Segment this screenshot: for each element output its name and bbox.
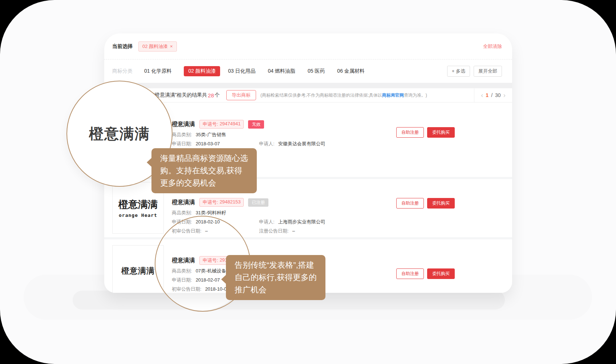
- application-number-tag: 申请号: 29482153: [199, 198, 244, 207]
- selected-filter-tag[interactable]: 02 颜料油漆 ×: [138, 41, 177, 52]
- magnified-trademark-text: 橙意满满: [89, 124, 150, 144]
- results-disclaimer: (商标检索结果仅供参考,不作为商标能否注册的法律依据;具体以商标局官网查询为准。…: [260, 92, 427, 98]
- field-value: 35类-广告销售: [196, 132, 226, 138]
- disclaimer-suffix: 查询为准。): [404, 93, 427, 98]
- application-number-value: 29474941: [220, 121, 241, 128]
- application-number-tag: 申请号: 29474941: [199, 120, 244, 129]
- category-row: 商标分类 01 化学原料 02 颜料油漆 03 日化用品 04 燃料油脂 05 …: [104, 60, 512, 83]
- category-tools: + 多选 展开全部: [447, 66, 502, 77]
- export-trademark-button[interactable]: 导出商标: [226, 90, 256, 100]
- entrust-buy-button[interactable]: 委托购买: [427, 198, 455, 209]
- panel-gap: [104, 83, 512, 88]
- application-number-value: 29482153: [220, 199, 241, 206]
- result-1-actions: 自助注册 委托购买: [396, 127, 455, 138]
- field-value: 2018-03-07: [196, 141, 220, 147]
- category-row-label: 商标分类: [112, 68, 133, 74]
- field-label: 申请人:: [259, 219, 275, 225]
- next-page-icon[interactable]: ›: [503, 92, 506, 98]
- trademark-name[interactable]: 橙意满满: [172, 121, 195, 128]
- self-register-button[interactable]: 自助注册: [396, 268, 424, 279]
- callout-tooltip-2: 告别传统“发表格”,搭建 自己的标行,获得更多的 推广机会: [226, 255, 325, 300]
- field-label: 商品类别:: [172, 132, 192, 138]
- application-number-label: 申请号:: [203, 199, 218, 206]
- category-item-02-selected[interactable]: 02 颜料油漆: [184, 66, 220, 76]
- field-label: 申请人:: [259, 141, 275, 147]
- category-item-06[interactable]: 06 金属材料: [337, 68, 364, 74]
- selected-filter-tag-text: 02 颜料油漆: [142, 43, 168, 50]
- trademark-image-3-text: 橙意满满: [121, 266, 155, 276]
- field-label: 注册公告日期:: [259, 228, 289, 234]
- category-item-04[interactable]: 04 燃料油脂: [268, 68, 295, 74]
- status-badge-invalid: 无效: [248, 120, 264, 129]
- prev-page-icon[interactable]: ‹: [481, 92, 483, 98]
- field-line: 商品类别:31类-饲料种籽: [172, 210, 325, 216]
- total-pages: 30: [495, 92, 501, 98]
- field-value: 31类-饲料种籽: [196, 210, 226, 216]
- category-item-05[interactable]: 05 医药: [308, 68, 325, 74]
- trademark-image-2-text: 橙意满满: [118, 198, 158, 211]
- result-2-actions: 自助注册 委托购买: [396, 198, 455, 209]
- application-number-label: 申请号:: [203, 121, 218, 128]
- results-header: 当前分类下检索到“橙意满满”相关的结果共 28 个 导出商标 (商标检索结果仅供…: [104, 88, 512, 102]
- category-item-03[interactable]: 03 日化用品: [228, 68, 255, 74]
- filter-panel: 当前选择 02 颜料油漆 × 全部清除 商标分类 01 化学原料 02 颜料油漆…: [104, 33, 512, 83]
- self-register-button[interactable]: 自助注册: [396, 127, 424, 138]
- trademark-name[interactable]: 橙意满满: [172, 199, 195, 206]
- entrust-buy-button[interactable]: 委托购买: [427, 268, 455, 279]
- callout-tooltip-1: 海量精品商标资源随心选 购。支持在线交易,获得 更多的交易机会: [151, 148, 257, 193]
- status-badge-registered: 已注册: [248, 198, 268, 207]
- disclaimer-prefix: (商标检索结果仅供参考,不作为商标能否注册的法律依据;具体以: [260, 93, 382, 98]
- field-line: 申请日期:2018-03-07 申请人:安徽美达会展有限公司: [172, 141, 325, 147]
- page-separator: /: [491, 92, 493, 98]
- current-selection-row: 当前选择 02 颜料油漆 × 全部清除: [104, 33, 512, 60]
- field-label: 申请日期:: [172, 141, 192, 147]
- field-value: –: [292, 228, 295, 234]
- multi-select-button[interactable]: + 多选: [447, 66, 470, 77]
- results-count-unit: 个: [215, 92, 220, 98]
- self-register-button[interactable]: 自助注册: [396, 198, 424, 209]
- expand-all-button[interactable]: 展开全部: [474, 66, 502, 77]
- entrust-buy-button[interactable]: 委托购买: [427, 127, 455, 138]
- category-item-01[interactable]: 01 化学原料: [144, 68, 171, 74]
- current-page: 1: [486, 92, 489, 98]
- field-value: 上海雨步实业有限公司: [278, 219, 325, 225]
- field-line: 商品类别:35类-广告销售: [172, 132, 325, 138]
- close-icon[interactable]: ×: [170, 44, 173, 49]
- screenshot-canvas: 当前选择 02 颜料油漆 × 全部清除 商标分类 01 化学原料 02 颜料油漆…: [0, 0, 616, 364]
- field-value: 安徽美达会展有限公司: [278, 141, 325, 147]
- result-1-title-line: 橙意满满 申请号: 29474941 无效: [172, 120, 325, 129]
- result-3-actions: 自助注册 委托购买: [396, 268, 455, 279]
- clear-all-link[interactable]: 全部清除: [483, 43, 502, 50]
- trademark-office-link[interactable]: 商标局官网: [382, 93, 404, 98]
- pagination: ‹ 1 / 30 ›: [474, 88, 512, 102]
- result-2-title-line: 橙意满满 申请号: 29482153 已注册: [172, 198, 325, 207]
- field-label: 商品类别:: [172, 210, 192, 216]
- trademark-image-2-subtext: orange Heart: [119, 213, 157, 218]
- results-count: 28: [208, 92, 214, 98]
- current-selection-label: 当前选择: [112, 43, 133, 50]
